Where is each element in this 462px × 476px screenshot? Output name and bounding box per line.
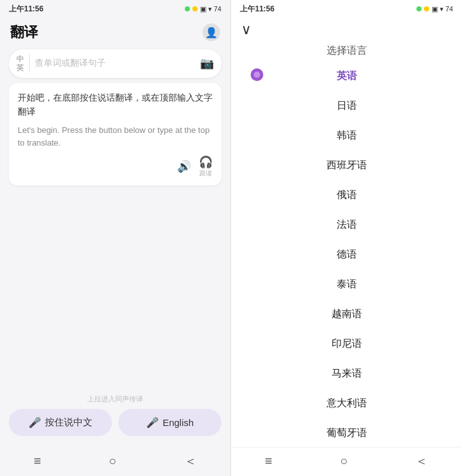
voice-hint: 上拉进入同声传译 — [0, 394, 230, 404]
lang-item[interactable]: 泰语 — [231, 270, 462, 299]
lang-item[interactable]: 越南语 — [231, 299, 462, 329]
translate-area: 开始吧，在底部按住说话翻译，或在顶部输入文字翻译 Let's begin. Pr… — [9, 83, 222, 185]
lang-item-label: 俄语 — [337, 189, 357, 202]
lang-select-title: 选择语言 — [231, 44, 462, 58]
lang-item-label: 泰语 — [337, 278, 357, 291]
dot-green-right — [416, 6, 421, 11]
lang-from: 中 — [16, 54, 24, 63]
nav-menu-right[interactable]: ≡ — [265, 454, 273, 468]
nav-bar-left: ≡ ○ ＜ — [0, 448, 230, 476]
lang-list: 英语日语韩语西班牙语俄语法语德语泰语越南语印尼语马来语意大利语葡萄牙语土耳其语 — [231, 61, 462, 447]
translate-text-en: Let's begin. Press the button below or t… — [18, 124, 213, 151]
signal-icons-right: ▣ ▾ 74 — [432, 5, 453, 13]
lang-item[interactable]: 法语 — [231, 210, 462, 240]
camera-icon[interactable]: 📷 — [200, 56, 214, 70]
lang-to: 英 — [16, 63, 24, 72]
translate-actions: 🔊 🎧 跟读 — [18, 155, 213, 178]
status-bar-right: 上午11:56 ▣ ▾ 74 — [231, 0, 462, 18]
lang-item-label: 越南语 — [332, 308, 362, 321]
dot-yellow-left — [192, 6, 197, 11]
app-header: 翻译 👤 — [0, 18, 230, 46]
voice-btn-cn-label: 按住说中文 — [45, 416, 92, 429]
dot-green-left — [185, 6, 190, 11]
headphones-icon: 🎧 — [199, 155, 213, 169]
status-icons-left: ▣ ▾ 74 — [185, 5, 222, 13]
mic-icon-en: 🎤 — [146, 416, 159, 429]
search-bar[interactable]: 中 英 查单词或翻译句子 📷 — [9, 49, 222, 78]
time-right: 上午11:56 — [240, 4, 275, 15]
speaker-icon: 🔊 — [177, 160, 191, 173]
lang-item[interactable]: 葡萄牙语 — [231, 418, 462, 447]
voice-btn-en[interactable]: 🎤 English — [118, 409, 222, 436]
lang-item-label: 西班牙语 — [327, 159, 367, 172]
lang-item-label: 法语 — [337, 218, 357, 232]
status-bar-left: 上午11:56 ▣ ▾ 74 — [0, 0, 230, 18]
app-title: 翻译 — [10, 23, 38, 42]
left-phone: 上午11:56 ▣ ▾ 74 翻译 👤 中 英 查单词或翻译句子 📷 开始吧，在… — [0, 0, 231, 476]
voice-btn-cn[interactable]: 🎤 按住说中文 — [9, 409, 112, 436]
nav-back-left[interactable]: ＜ — [184, 453, 197, 470]
lang-item[interactable]: 日语 — [231, 91, 462, 121]
search-placeholder[interactable]: 查单词或翻译句子 — [35, 58, 195, 69]
nav-menu-left[interactable]: ≡ — [34, 454, 41, 468]
lang-item-label: 韩语 — [337, 129, 357, 142]
nav-back-right[interactable]: ＜ — [415, 453, 428, 470]
back-chevron-icon[interactable]: ∨ — [241, 22, 251, 38]
lang-item[interactable]: 俄语 — [231, 180, 462, 210]
lang-item-label: 意大利语 — [327, 397, 367, 410]
mic-icon-cn: 🎤 — [28, 416, 41, 429]
voice-buttons: 🎤 按住说中文 🎤 English — [9, 409, 222, 436]
lang-item[interactable]: 西班牙语 — [231, 151, 462, 180]
voice-btn-en-label: English — [163, 417, 194, 428]
nav-bar-right: ≡ ○ ＜ — [231, 447, 462, 476]
main-area — [0, 185, 230, 394]
lang-selected-icon — [250, 68, 264, 85]
svg-point-1 — [254, 72, 260, 78]
lang-item[interactable]: 英语 — [231, 61, 462, 91]
lang-switch[interactable]: 中 英 — [16, 54, 30, 73]
lang-item[interactable]: 韩语 — [231, 121, 462, 151]
lang-item-label: 德语 — [337, 248, 357, 261]
headphones-action[interactable]: 🎧 跟读 — [199, 155, 213, 178]
time-left: 上午11:56 — [9, 4, 44, 15]
lang-item-label: 马来语 — [332, 367, 362, 380]
status-icons-right: ▣ ▾ 74 — [416, 5, 453, 13]
right-phone: 上午11:56 ▣ ▾ 74 ∨ 选择语言 英语日语韩语西班牙语俄语法语德语泰语… — [231, 0, 462, 476]
speaker-action[interactable]: 🔊 — [177, 160, 191, 173]
nav-home-right[interactable]: ○ — [340, 454, 347, 468]
dot-yellow-right — [424, 6, 429, 11]
signal-icons-left: ▣ ▾ 74 — [200, 5, 222, 13]
lang-item-label: 印尼语 — [332, 337, 362, 351]
right-header: ∨ — [231, 18, 462, 44]
lang-item-label: 日语 — [337, 99, 357, 113]
bottom-section: 上拉进入同声传译 🎤 按住说中文 🎤 English — [0, 394, 230, 448]
lang-item[interactable]: 马来语 — [231, 359, 462, 389]
translate-text-cn: 开始吧，在底部按住说话翻译，或在顶部输入文字翻译 — [18, 91, 213, 119]
lang-item[interactable]: 德语 — [231, 240, 462, 270]
lang-item-label: 葡萄牙语 — [327, 427, 367, 440]
nav-home-left[interactable]: ○ — [109, 454, 116, 468]
user-avatar-icon: 👤 — [205, 27, 218, 39]
lang-item[interactable]: 意大利语 — [231, 389, 462, 418]
headphones-label: 跟读 — [199, 169, 213, 178]
lang-item[interactable]: 印尼语 — [231, 329, 462, 359]
lang-item-label: 英语 — [337, 70, 357, 83]
user-icon-button[interactable]: 👤 — [203, 23, 220, 41]
